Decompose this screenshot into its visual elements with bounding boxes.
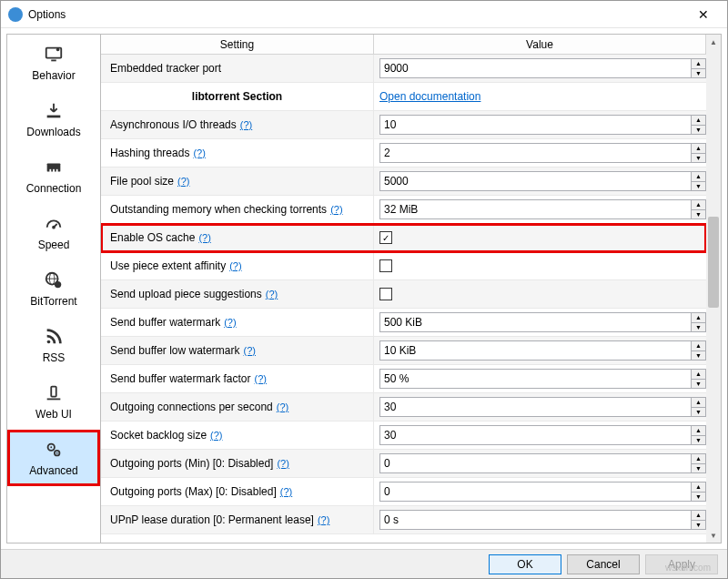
sidebar-item-downloads[interactable]: Downloads (7, 91, 100, 147)
table-row: Outgoing ports (Min) [0: Disabled] (?)0▲… (101, 450, 706, 478)
spin-up-icon[interactable]: ▲ (691, 200, 705, 210)
titlebar: Options ✕ (1, 1, 727, 28)
download-icon (43, 100, 65, 122)
help-link[interactable]: (?) (224, 317, 236, 328)
numeric-input[interactable]: 32 MiB▲▼ (379, 199, 706, 219)
close-button[interactable]: ✕ (687, 4, 720, 25)
spin-down-icon[interactable]: ▼ (691, 436, 705, 445)
input-value: 10 KiB (384, 344, 416, 357)
section-title: libtorrent Section (192, 90, 282, 103)
scroll-thumb[interactable] (708, 217, 719, 308)
spin-up-icon[interactable]: ▲ (691, 172, 705, 182)
help-link[interactable]: (?) (255, 373, 267, 384)
help-link[interactable]: (?) (277, 401, 288, 412)
numeric-input[interactable]: 0▲▼ (379, 453, 706, 473)
sidebar-item-speed[interactable]: Speed (7, 204, 100, 260)
help-link[interactable]: (?) (198, 232, 210, 243)
sidebar-item-webui[interactable]: Web UI (7, 373, 100, 430)
help-link[interactable]: (?) (177, 176, 189, 187)
sidebar-item-label: Advanced (29, 464, 77, 477)
checkbox[interactable] (379, 288, 392, 300)
numeric-input[interactable]: 0 s▲▼ (379, 510, 706, 530)
spin-up-icon[interactable]: ▲ (691, 370, 705, 380)
table-row: Send buffer low watermark (?)10 KiB▲▼ (101, 337, 706, 365)
spin-down-icon[interactable]: ▼ (691, 323, 705, 332)
scroll-up-icon[interactable]: ▲ (706, 35, 721, 49)
spin-down-icon[interactable]: ▼ (691, 210, 705, 219)
help-link[interactable]: (?) (266, 289, 278, 300)
open-documentation-link[interactable]: Open documentation (379, 90, 480, 103)
settings-table: Setting Value Embedded tracker port9000▲… (101, 34, 722, 543)
help-link[interactable]: (?) (244, 345, 256, 356)
vertical-scrollbar[interactable]: ▲ ▼ (706, 35, 721, 543)
spin-down-icon[interactable]: ▼ (691, 408, 705, 417)
svg-point-18 (50, 446, 52, 448)
numeric-input[interactable]: 30▲▼ (379, 397, 706, 417)
spin-up-icon[interactable]: ▲ (691, 426, 705, 436)
help-link[interactable]: (?) (280, 486, 292, 497)
sidebar-item-connection[interactable]: Connection (7, 147, 100, 204)
spin-up-icon[interactable]: ▲ (691, 341, 705, 351)
spin-down-icon[interactable]: ▼ (691, 182, 705, 191)
svg-rect-7 (56, 169, 58, 173)
sidebar-item-bittorrent[interactable]: BitTorrent (7, 260, 100, 317)
setting-label: Send buffer watermark factor (110, 372, 251, 385)
help-link[interactable]: (?) (240, 119, 252, 130)
table-row: Send buffer watermark factor (?)50 %▲▼ (101, 365, 706, 393)
help-link[interactable]: (?) (210, 430, 222, 441)
ok-button[interactable]: OK (489, 554, 561, 574)
web-ui-icon (43, 382, 65, 404)
input-value: 500 KiB (384, 316, 422, 329)
numeric-input[interactable]: 2▲▼ (379, 143, 706, 163)
sidebar-item-behavior[interactable]: Behavior (7, 35, 100, 91)
numeric-input[interactable]: 30▲▼ (379, 425, 706, 445)
table-row: Asynchronous I/O threads (?)10▲▼ (101, 111, 706, 139)
numeric-input[interactable]: 500 KiB▲▼ (379, 312, 706, 332)
checkbox[interactable] (379, 259, 392, 272)
spin-down-icon[interactable]: ▼ (691, 464, 705, 473)
help-link[interactable]: (?) (318, 514, 329, 525)
numeric-input[interactable]: 10 KiB▲▼ (379, 340, 706, 361)
numeric-input[interactable]: 9000▲▼ (379, 58, 706, 78)
setting-label: Outgoing connections per second (110, 401, 273, 413)
help-link[interactable]: (?) (277, 458, 288, 469)
spin-up-icon[interactable]: ▲ (691, 116, 705, 126)
help-link[interactable]: (?) (193, 147, 205, 158)
spin-down-icon[interactable]: ▼ (691, 351, 705, 361)
numeric-input[interactable]: 10▲▼ (379, 115, 706, 135)
app-icon (8, 7, 23, 22)
spin-up-icon[interactable]: ▲ (691, 313, 705, 323)
help-link[interactable]: (?) (229, 260, 241, 271)
header-value: Value (374, 35, 706, 54)
svg-rect-6 (53, 169, 55, 173)
apply-button[interactable]: Apply (645, 554, 718, 574)
spin-down-icon[interactable]: ▼ (691, 126, 705, 135)
spin-down-icon[interactable]: ▼ (691, 380, 705, 389)
spin-up-icon[interactable]: ▲ (691, 398, 705, 408)
spin-down-icon[interactable]: ▼ (691, 521, 705, 530)
spin-up-icon[interactable]: ▲ (691, 59, 705, 69)
spin-down-icon[interactable]: ▼ (691, 493, 705, 502)
sidebar-item-advanced[interactable]: Advanced (7, 430, 100, 486)
sidebar-item-rss[interactable]: RSS (7, 317, 100, 373)
scroll-down-icon[interactable]: ▼ (706, 528, 721, 543)
spin-up-icon[interactable]: ▲ (691, 511, 705, 521)
numeric-input[interactable]: 0▲▼ (379, 482, 706, 502)
spin-down-icon[interactable]: ▼ (691, 69, 705, 78)
spin-up-icon[interactable]: ▲ (691, 144, 705, 154)
numeric-input[interactable]: 50 %▲▼ (379, 369, 706, 389)
scroll-track[interactable] (706, 49, 721, 528)
help-link[interactable]: (?) (330, 204, 342, 215)
table-row: Embedded tracker port9000▲▼ (101, 55, 706, 83)
spin-up-icon[interactable]: ▲ (691, 482, 705, 493)
numeric-input[interactable]: 5000▲▼ (379, 171, 706, 191)
setting-label: Outgoing ports (Min) [0: Disabled] (110, 457, 273, 470)
checkbox[interactable]: ✓ (379, 231, 392, 244)
sidebar: Behavior Downloads Connection Speed BitT… (6, 34, 101, 543)
input-value: 0 s (384, 513, 399, 526)
spin-down-icon[interactable]: ▼ (691, 154, 705, 163)
spin-up-icon[interactable]: ▲ (691, 454, 705, 464)
cancel-button[interactable]: Cancel (567, 554, 640, 574)
input-value: 10 (384, 118, 396, 131)
input-value: 0 (384, 485, 390, 498)
